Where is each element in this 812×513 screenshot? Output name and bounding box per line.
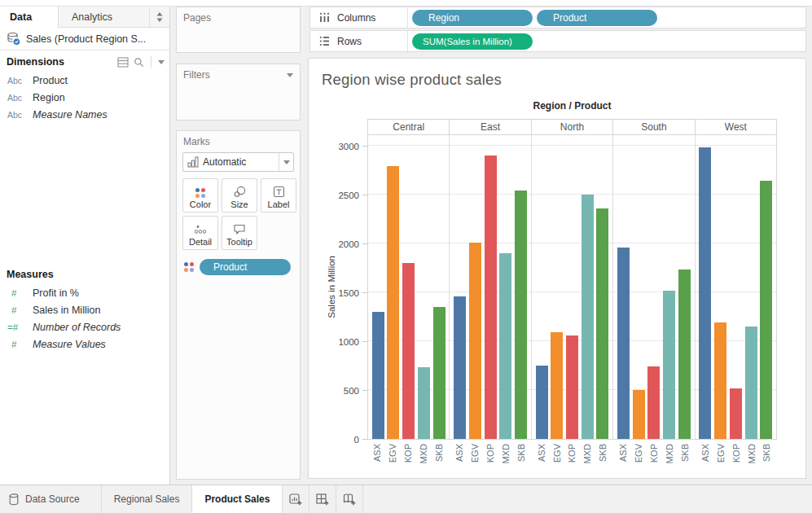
- data-pane-tabs: Data Analytics: [0, 7, 169, 28]
- bar-north-skb[interactable]: [596, 208, 608, 439]
- color-legend-icon: [184, 262, 194, 272]
- x-label-slot: KOP: [566, 441, 578, 478]
- bar-north-asx[interactable]: [536, 366, 548, 439]
- x-axis-label-kop: KOP: [403, 444, 413, 463]
- divider: [151, 56, 151, 68]
- chevron-down-icon: [283, 160, 290, 164]
- region-panel-central: [368, 135, 450, 439]
- columns-icon: [318, 11, 331, 24]
- pill-product[interactable]: Product: [537, 10, 657, 26]
- search-icon[interactable]: [134, 57, 144, 68]
- measures-header: Measures: [0, 263, 169, 284]
- new-dashboard-button[interactable]: [309, 485, 336, 513]
- bar-north-mxd[interactable]: [582, 195, 594, 439]
- tooltip-button[interactable]: Tooltip: [222, 216, 257, 250]
- plot-area: [367, 134, 777, 440]
- view-list-icon[interactable]: [117, 57, 129, 68]
- bar-west-mxd[interactable]: [745, 327, 757, 439]
- tab-product-sales[interactable]: Product Sales: [192, 485, 283, 513]
- bar-south-mxd[interactable]: [663, 291, 675, 439]
- region-panel-south: [613, 135, 695, 439]
- swap-panes-button[interactable]: [150, 7, 169, 28]
- region-panel-north: [532, 135, 613, 439]
- x-axis-label-mxd: MXD: [582, 444, 592, 463]
- new-worksheet-icon: [288, 492, 303, 506]
- bar-west-asx[interactable]: [699, 147, 711, 439]
- bar-east-egv[interactable]: [469, 243, 481, 439]
- filters-shelf[interactable]: Filters: [176, 64, 301, 121]
- region-header-east[interactable]: East: [450, 120, 531, 134]
- region-header-south[interactable]: South: [613, 120, 695, 134]
- x-labels-central: ASXEGVKOPMXDSKB: [367, 441, 450, 478]
- mark-type-dropdown[interactable]: Automatic: [182, 152, 294, 172]
- pages-shelf[interactable]: Pages: [176, 7, 301, 53]
- chevron-down-icon[interactable]: [287, 73, 293, 77]
- color-icon: [195, 188, 205, 198]
- bar-east-asx[interactable]: [454, 296, 466, 439]
- x-axis-label-egv: EGV: [716, 444, 726, 463]
- bar-central-asx[interactable]: [372, 312, 384, 439]
- x-label-slot: KOP: [402, 441, 415, 478]
- dropdown-caret-button[interactable]: [279, 153, 293, 171]
- bar-central-mxd[interactable]: [418, 367, 430, 439]
- x-label-slot: EGV: [468, 441, 481, 478]
- bar-west-kop[interactable]: [730, 388, 742, 439]
- pill-region[interactable]: Region: [412, 10, 533, 26]
- x-axis-label-mxd: MXD: [501, 444, 511, 463]
- measure-item-measure-values[interactable]: # Measure Values: [0, 335, 169, 353]
- dimension-item-region[interactable]: Abc Region: [0, 89, 169, 106]
- label-icon: [273, 186, 285, 198]
- bar-north-kop[interactable]: [566, 335, 578, 439]
- size-button[interactable]: Size: [222, 178, 257, 213]
- bar-east-skb[interactable]: [515, 191, 527, 439]
- new-dashboard-icon: [315, 492, 330, 506]
- tab-regional-sales[interactable]: Regional Sales: [102, 485, 193, 513]
- measure-item-number-of-records[interactable]: =# Number of Records: [0, 318, 169, 335]
- measure-item-sales[interactable]: # Sales in Million: [0, 301, 169, 318]
- bar-central-kop[interactable]: [402, 263, 415, 439]
- pill-sum-sales-in-million[interactable]: SUM(Sales in Million): [412, 33, 533, 50]
- tab-data[interactable]: Data: [0, 7, 59, 28]
- x-label-slot: ASX: [454, 441, 466, 478]
- main-area: Columns Region Product Rows SUM(Sales in…: [306, 7, 812, 484]
- bar-west-egv[interactable]: [714, 322, 726, 439]
- datasource-row[interactable]: Sales (Product Region S...: [0, 28, 169, 50]
- region-panel-east: [450, 135, 531, 439]
- bar-east-kop[interactable]: [485, 156, 497, 439]
- x-axis-label-asx: ASX: [454, 444, 464, 462]
- new-story-button[interactable]: [336, 485, 363, 513]
- bar-central-skb[interactable]: [433, 307, 446, 439]
- rows-shelf[interactable]: Rows SUM(Sales in Million): [309, 30, 806, 52]
- bar-south-egv[interactable]: [633, 390, 645, 439]
- panel-header: Region / Product: [367, 100, 777, 112]
- dimension-item-measure-names[interactable]: Abc Measure Names: [0, 106, 169, 123]
- region-header-central[interactable]: Central: [368, 120, 450, 134]
- tab-label: Regional Sales: [114, 493, 180, 505]
- x-axis-label-mxd: MXD: [665, 444, 674, 463]
- bar-north-egv[interactable]: [551, 332, 563, 439]
- bar-south-skb[interactable]: [678, 270, 691, 439]
- bar-central-egv[interactable]: [387, 166, 399, 439]
- bar-west-skb[interactable]: [760, 181, 772, 439]
- marks-pill-product[interactable]: Product: [200, 259, 291, 275]
- detail-button[interactable]: Detail: [182, 216, 218, 250]
- bar-south-asx[interactable]: [617, 248, 630, 439]
- tab-data-source[interactable]: Data Source: [0, 485, 102, 513]
- columns-shelf[interactable]: Columns Region Product: [309, 7, 806, 28]
- new-worksheet-button[interactable]: [283, 485, 309, 513]
- region-header-north[interactable]: North: [532, 120, 613, 134]
- y-tick-label-2000: 2000: [338, 239, 359, 250]
- x-axis-label-mxd: MXD: [419, 444, 428, 463]
- dimension-item-product[interactable]: Abc Product: [0, 72, 169, 89]
- filters-label: Filters: [183, 69, 287, 81]
- region-header-west[interactable]: West: [696, 120, 776, 134]
- bar-east-mxd[interactable]: [499, 253, 511, 439]
- tab-analytics[interactable]: Analytics: [59, 7, 150, 28]
- measure-item-profit[interactable]: # Profit in %: [0, 284, 169, 301]
- chevron-down-icon[interactable]: [158, 60, 165, 64]
- x-label-slot: EGV: [633, 441, 645, 478]
- bar-south-kop[interactable]: [647, 366, 660, 439]
- x-label-slot: MXD: [745, 441, 757, 478]
- color-button[interactable]: Color: [182, 178, 218, 213]
- label-button[interactable]: Label: [261, 178, 296, 213]
